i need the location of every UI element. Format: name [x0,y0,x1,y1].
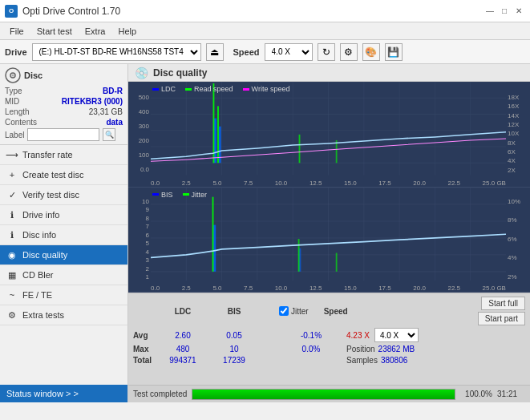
sidebar-item-disc-info[interactable]: ℹ Disc info [0,225,127,245]
y-label: 2X [508,168,516,174]
svg-rect-21 [217,106,219,163]
app-title: Opti Drive Control 1.70 [22,6,120,17]
drive-label: Drive [5,47,27,57]
start-full-button[interactable]: Start full [481,297,525,310]
chart2-y-right: 10% 8% 6% 4% 2% [506,199,530,281]
avg-jitter: -0.1% [279,331,343,340]
menubar: File Start test Extra Help [0,22,530,40]
chart2-container: BIS Jitter [128,188,530,293]
chart1-y-left: 500 400 300 200 100 0.0 [128,93,151,176]
jitter-checkbox[interactable] [279,306,289,316]
avg-label: Avg [133,331,157,340]
refresh-button[interactable]: ↻ [318,43,335,61]
verify-test-disc-icon: ✓ [6,189,18,200]
minimize-button[interactable]: — [483,5,496,18]
y-label: 6 [146,232,149,239]
eject-button[interactable]: ⏏ [206,43,224,61]
chart2-svg [151,188,506,281]
close-button[interactable]: ✕ [512,5,525,18]
sidebar-item-cd-bler[interactable]: ▦ CD Bler [0,265,127,285]
speed-select-stats[interactable]: 4.0 X1.0 X2.0 X [374,328,419,342]
y-label: 400 [139,109,149,115]
svg-rect-42 [298,239,300,272]
sidebar-item-transfer-rate[interactable]: ⟶ Transfer rate [0,145,127,165]
titlebar: O Opti Drive Control 1.70 — □ ✕ [0,0,530,22]
disc-type-label: Type [5,87,22,95]
maximize-button[interactable]: □ [498,5,511,18]
y-label: 0.0 [140,167,149,173]
menu-extra[interactable]: Extra [79,25,112,38]
y-label: 6X [508,149,516,155]
y-label: 16X [508,103,519,110]
y-label: 5 [146,240,149,247]
total-bis: 17239 [208,356,260,365]
sidebar-item-fe-te[interactable]: ~ FE / TE [0,285,127,305]
legend-write-speed: Write speed [243,85,290,93]
menu-help[interactable]: Help [111,25,143,38]
palette-button[interactable]: 🎨 [362,43,380,61]
settings-button[interactable]: ⚙ [340,43,358,61]
speed-select[interactable]: 4.0 X 1.0 X 2.0 X 6.0 X 8.0 X [265,43,313,61]
sidebar-item-create-test-disc[interactable]: + Create test disc [0,165,127,185]
jitter-check-label: Jitter [291,307,309,316]
chart1-container: LDC Read speed Write speed [128,82,530,188]
disc-label-button[interactable]: 🔍 [103,128,115,141]
disc-length-row: Length 23,31 GB [5,107,123,116]
status-window-button[interactable]: Status window > > [0,385,127,402]
transfer-rate-icon: ⟶ [6,149,18,160]
avg-bis: 0.05 [208,331,260,340]
svg-point-2 [12,75,14,77]
y-label: 2 [146,266,149,273]
charts-area: LDC Read speed Write speed [128,82,530,293]
svg-rect-22 [299,135,301,163]
jitter-checkbox-group: Jitter [279,306,309,316]
y-label: 7 [146,224,149,230]
chart1-y-right: 18X 16X 14X 12X 10X 8X 6X 4X 2X [506,93,530,176]
y-label: 4% [508,255,517,261]
disc-type-value: BD-R [103,87,123,95]
progress-fill [192,390,455,399]
create-test-disc-icon: + [6,169,18,180]
y-label: 200 [139,138,149,144]
disc-contents-value: data [106,118,123,127]
ldc-color [152,88,159,91]
app-icon: O [5,5,18,18]
start-part-button[interactable]: Start part [478,312,525,325]
y-label: 9 [146,207,149,213]
y-label: 14X [508,113,519,119]
sidebar-item-label: Disc quality [22,250,67,260]
legend-jitter-label: Jitter [192,191,208,199]
disc-quality-title: Disc quality [153,67,207,79]
sidebar-item-drive-info[interactable]: ℹ Drive info [0,205,127,225]
progress-row: Test completed 100.0% 31:21 [128,385,530,402]
svg-rect-41 [212,196,214,271]
save-button[interactable]: 💾 [385,43,403,61]
y-label: 4 [146,249,149,256]
titlebar-left: O Opti Drive Control 1.70 [5,5,120,18]
disc-length-label: Length [5,107,30,116]
stats-header-row: LDC BIS Jitter Speed Start full Start pa… [157,297,525,325]
sidebar-item-disc-quality[interactable]: ◉ Disc quality [0,245,127,265]
chart2-x-labels: 0.02.55.07.510.012.515.017.520.022.525.0… [151,285,506,292]
sidebar-item-extra-tests[interactable]: ⚙ Extra tests [0,305,127,325]
chart2-legend: BIS Jitter [152,191,207,199]
progress-percent: 100.0% [460,390,492,398]
sidebar-item-verify-test-disc[interactable]: ✓ Verify test disc [0,185,127,205]
drive-toolbar: Drive (E:) HL-DT-ST BD-RE WH16NS58 TST4 … [0,40,530,64]
menu-file[interactable]: File [3,25,30,38]
speed-value: 4.23 X [346,331,370,340]
menu-start-test[interactable]: Start test [30,25,79,38]
y-label: 2% [508,274,517,281]
drive-select[interactable]: (E:) HL-DT-ST BD-RE WH16NS58 TST4 [32,43,201,61]
y-label: 12X [508,122,519,128]
disc-label-input[interactable] [27,128,99,141]
window-controls: — □ ✕ [483,5,525,18]
legend-bis: BIS [152,191,173,199]
y-label: 3 [146,257,149,264]
status-text: Test completed [133,390,187,398]
y-label: 100 [139,152,149,159]
y-label: 10 [142,199,149,205]
y-label: 6% [508,236,517,243]
samples-value: 380806 [381,356,407,365]
svg-rect-23 [336,140,338,163]
